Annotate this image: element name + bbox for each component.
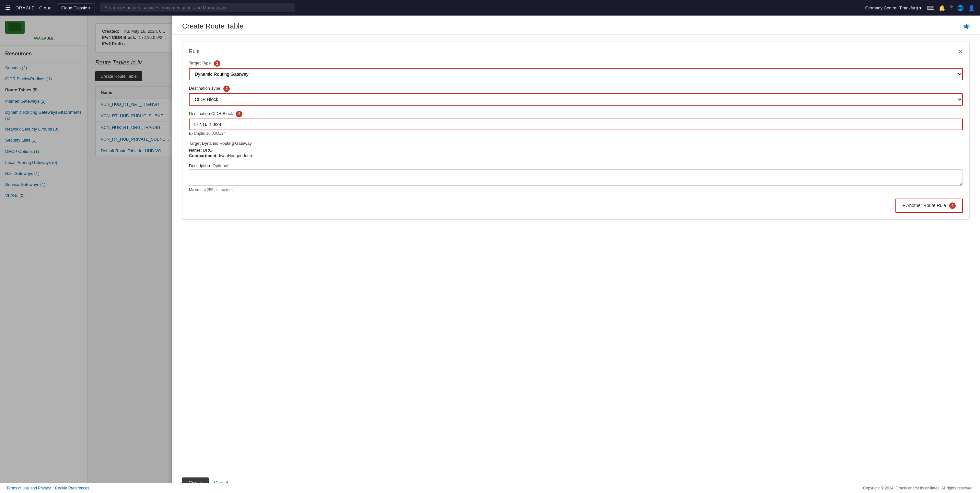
rule-card-title: Rule (189, 49, 200, 54)
region-selector[interactable]: Germany Central (Frankfurt) ▾ (865, 5, 922, 10)
bottom-bar-left: Terms of Use and Privacy Cookie Preferen… (6, 486, 89, 490)
rule-close-button[interactable]: ✕ (958, 48, 963, 55)
copyright-text: Copyright © 2024, Oracle and/or its affi… (863, 486, 974, 490)
target-type-group: Target Type 1 Dynamic Routing Gateway (189, 60, 963, 80)
global-search-input[interactable] (100, 3, 294, 12)
oracle-logo: ORACLE Cloud (16, 5, 52, 11)
user-avatar[interactable]: 👤 (968, 5, 975, 11)
another-route-rule-button[interactable]: + Another Route Rule 4 (896, 198, 963, 213)
another-route-container: + Another Route Rule 4 (189, 197, 963, 213)
cookie-preferences-link[interactable]: Cookie Preferences (55, 486, 89, 490)
rule-card-header: Rule ✕ (189, 48, 963, 55)
description-textarea[interactable] (189, 170, 963, 185)
drg-compartment-row: Compartment: IwanHoogendoorn (189, 153, 963, 158)
target-drg-label: Target Dynamic Routing Gateway (189, 141, 963, 146)
destination-cidr-label: Destination CIDR Block 3 (189, 111, 963, 117)
nav-icons: ⌨ 🔔 ? 🌐 👤 (927, 5, 975, 11)
target-type-label: Target Type 1 (189, 60, 963, 67)
drg-name-row: Name: DRG (189, 148, 963, 152)
bell-icon[interactable]: 🔔 (939, 5, 945, 11)
globe-icon[interactable]: 🌐 (957, 5, 964, 11)
modal-help-link[interactable]: Help (960, 24, 970, 29)
modal-header: Create Route Table Help (172, 16, 980, 35)
description-group: Description Optional Maximum 255 charact… (189, 163, 963, 192)
bottom-bar: Terms of Use and Privacy Cookie Preferen… (0, 483, 980, 493)
modal-title: Create Route Table (182, 22, 243, 30)
description-label: Description Optional (189, 163, 963, 168)
target-drg-section: Target Dynamic Routing Gateway Name: DRG… (189, 141, 963, 158)
destination-cidr-input[interactable] (189, 119, 963, 130)
another-route-badge: 4 (949, 203, 956, 209)
target-type-select[interactable]: Dynamic Routing Gateway (189, 68, 963, 80)
nav-right-section: Germany Central (Frankfurt) ▾ ⌨ 🔔 ? 🌐 👤 (865, 5, 975, 11)
cloud-classic-button[interactable]: Cloud Classic > (57, 3, 95, 12)
destination-cidr-badge: 3 (236, 111, 242, 117)
help-icon[interactable]: ? (950, 5, 953, 11)
destination-type-select[interactable]: CIDR Block (189, 93, 963, 106)
create-route-table-modal: Create Route Table Help Rule ✕ Target Ty… (172, 16, 980, 493)
destination-cidr-hint: Example: 10.0.0.0/24 (189, 131, 963, 136)
description-max-hint: Maximum 255 characters (189, 187, 963, 192)
destination-cidr-group: Destination CIDR Block 3 Example: 10.0.0… (189, 111, 963, 136)
modal-body: Rule ✕ Target Type 1 Dynamic Routing Gat… (172, 35, 980, 472)
top-navigation: ☰ ORACLE Cloud Cloud Classic > Germany C… (0, 0, 980, 16)
destination-type-badge: 2 (223, 86, 230, 92)
target-type-badge: 1 (214, 60, 220, 67)
terms-link[interactable]: Terms of Use and Privacy (6, 486, 51, 490)
destination-type-group: Destination Type 2 CIDR Block (189, 86, 963, 106)
hamburger-menu[interactable]: ☰ (5, 4, 10, 11)
rule-card: Rule ✕ Target Type 1 Dynamic Routing Gat… (182, 41, 970, 220)
destination-type-label: Destination Type 2 (189, 86, 963, 92)
code-icon[interactable]: ⌨ (927, 5, 934, 11)
